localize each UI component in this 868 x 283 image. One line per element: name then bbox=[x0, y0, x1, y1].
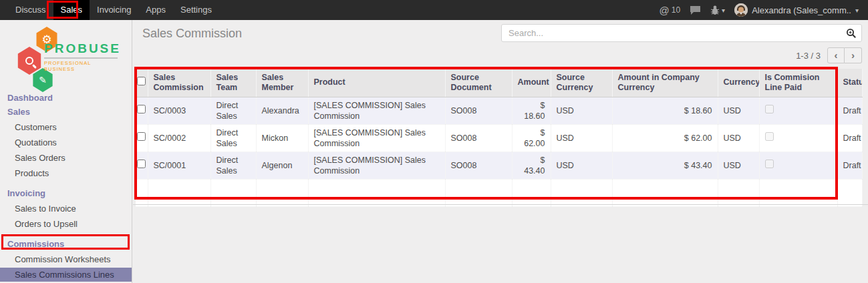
select-all-checkbox[interactable] bbox=[137, 77, 146, 85]
pager: 1-3 / 3 ‹ › bbox=[796, 47, 862, 63]
sidebar-item-customers[interactable]: Customers bbox=[0, 120, 132, 134]
cell-amount[interactable]: $ 43.40 bbox=[512, 152, 551, 179]
sidebar-header-invoicing[interactable]: Invoicing bbox=[0, 186, 132, 200]
sidebar-item-commission-worksheets[interactable]: Commission Worksheets bbox=[0, 252, 132, 266]
probuse-logo: ⚙ ✎ PROBUSE PROFESSIONAL BUSINESS bbox=[0, 25, 132, 81]
cell-sales-commission[interactable]: SC/0003 bbox=[148, 97, 210, 124]
select-all-cell bbox=[136, 69, 148, 97]
cell-sales-team[interactable]: Direct Sales bbox=[210, 124, 256, 152]
cell-source-currency[interactable]: USD bbox=[551, 124, 612, 152]
mention-count: 10 bbox=[672, 5, 680, 15]
col-source-currency[interactable]: Source Currency bbox=[551, 69, 612, 97]
cell-sales-commission[interactable]: SC/0002 bbox=[148, 124, 210, 152]
row-select-checkbox[interactable] bbox=[137, 105, 146, 113]
table-row: SC/0002 Direct Sales Mickon [SALES COMMI… bbox=[136, 124, 863, 152]
paid-checkbox bbox=[765, 105, 774, 113]
search-box bbox=[501, 24, 862, 42]
menu-invoicing[interactable]: Invoicing bbox=[90, 0, 138, 20]
cell-status[interactable]: Draft bbox=[837, 152, 863, 179]
cell-currency[interactable]: USD bbox=[718, 124, 759, 152]
user-menu[interactable]: Alexandra (Sales_comm.. ▾ bbox=[734, 3, 859, 17]
cell-product[interactable]: [SALES COMMISSION] Sales Commission bbox=[308, 97, 445, 124]
paid-checkbox bbox=[765, 132, 774, 141]
cell-sales-commission[interactable]: SC/0001 bbox=[148, 152, 210, 179]
cell-status[interactable]: Draft bbox=[837, 124, 863, 152]
topbar: Discuss Sales Invoicing Apps Settings @ … bbox=[0, 0, 868, 20]
cell-source-document[interactable]: SO008 bbox=[445, 97, 512, 124]
user-caret-icon: ▾ bbox=[855, 7, 859, 14]
pager-next-button[interactable]: › bbox=[845, 47, 862, 63]
sidebar-item-quotations[interactable]: Quotations bbox=[0, 135, 132, 150]
cell-currency[interactable]: USD bbox=[718, 97, 759, 124]
cell-source-document[interactable]: SO008 bbox=[445, 124, 512, 152]
sidebar-header-dashboard[interactable]: Dashboard bbox=[0, 91, 132, 105]
menu-sales[interactable]: Sales bbox=[53, 0, 90, 20]
col-product[interactable]: Product bbox=[308, 69, 445, 97]
sidebar-item-orders-to-upsell[interactable]: Orders to Upsell bbox=[0, 217, 132, 231]
cell-status[interactable]: Draft bbox=[837, 97, 863, 124]
menu-settings[interactable]: Settings bbox=[173, 0, 219, 20]
col-status[interactable]: Status bbox=[837, 69, 863, 97]
sidebar-item-sales-to-invoice[interactable]: Sales to Invoice bbox=[0, 202, 132, 216]
row-select-checkbox[interactable] bbox=[137, 160, 146, 168]
commission-lines-list: Sales Commission Sales Team Sales Member… bbox=[136, 69, 863, 207]
cell-amount[interactable]: $ 18.60 bbox=[512, 97, 551, 124]
sidebar-menu: Dashboard Sales Customers Quotations Sal… bbox=[0, 91, 132, 283]
pager-range: 1-3 / 3 bbox=[796, 51, 821, 61]
sidebar-item-products[interactable]: Products bbox=[0, 166, 132, 180]
col-currency[interactable]: Currency bbox=[718, 69, 759, 97]
sidebar-item-sales-orders[interactable]: Sales Orders bbox=[0, 151, 132, 165]
cell-currency[interactable]: USD bbox=[718, 152, 759, 179]
cell-amount-company[interactable]: $ 43.40 bbox=[612, 152, 718, 179]
logo-tagline: PROFESSIONAL BUSINESS bbox=[44, 60, 118, 72]
cell-amount-company[interactable]: $ 18.60 bbox=[612, 97, 718, 124]
col-sales-commission[interactable]: Sales Commission bbox=[148, 69, 210, 97]
search-icon bbox=[846, 28, 857, 39]
debug-icon[interactable]: ▾ bbox=[710, 5, 725, 15]
search-button[interactable] bbox=[841, 25, 861, 41]
col-sales-member[interactable]: Sales Member bbox=[256, 69, 308, 97]
cell-amount[interactable]: $ 62.00 bbox=[512, 124, 551, 152]
content-divider bbox=[133, 204, 868, 205]
avatar bbox=[734, 3, 748, 17]
paid-checkbox bbox=[765, 160, 774, 168]
cell-sales-member[interactable]: Alexandra bbox=[256, 97, 308, 124]
sidebar-item-sales-commissions-lines[interactable]: Sales Commissions Lines bbox=[0, 268, 132, 282]
menu-apps[interactable]: Apps bbox=[138, 0, 173, 20]
table-row: SC/0003 Direct Sales Alexandra [SALES CO… bbox=[136, 97, 863, 124]
col-source-document[interactable]: Source Document bbox=[445, 69, 512, 97]
cell-amount-company[interactable]: $ 62.00 bbox=[612, 124, 718, 152]
sidebar-header-sales[interactable]: Sales bbox=[0, 105, 132, 119]
cell-source-currency[interactable]: USD bbox=[551, 152, 612, 179]
cell-sales-member[interactable]: Algenon bbox=[256, 152, 308, 179]
mentions-button[interactable]: @ 10 bbox=[660, 5, 681, 16]
col-sales-team[interactable]: Sales Team bbox=[210, 69, 256, 97]
row-select-checkbox[interactable] bbox=[137, 132, 146, 141]
cell-product[interactable]: [SALES COMMISSION] Sales Commission bbox=[308, 124, 445, 152]
user-name: Alexandra (Sales_comm.. bbox=[752, 5, 851, 15]
messages-icon[interactable] bbox=[690, 5, 701, 15]
table-header-row: Sales Commission Sales Team Sales Member… bbox=[136, 69, 863, 97]
cell-source-document[interactable]: SO008 bbox=[445, 152, 512, 179]
cell-sales-member[interactable]: Mickon bbox=[256, 124, 308, 152]
page-title: Sales Commission bbox=[142, 27, 242, 41]
col-is-commision-line-paid[interactable]: Is Commision Line Paid bbox=[759, 69, 837, 97]
debug-caret-icon: ▾ bbox=[722, 7, 725, 14]
menu-discuss[interactable]: Discuss bbox=[8, 0, 53, 20]
cell-sales-team[interactable]: Direct Sales bbox=[210, 97, 256, 124]
empty-row bbox=[136, 179, 863, 206]
cell-is-paid bbox=[759, 97, 837, 124]
table-row: SC/0001 Direct Sales Algenon [SALES COMM… bbox=[136, 152, 863, 179]
cell-product[interactable]: [SALES COMMISSION] Sales Commission bbox=[308, 152, 445, 179]
main-content: Sales Commission 1-3 / 3 ‹ › bbox=[133, 20, 868, 283]
topbar-menus: Discuss Sales Invoicing Apps Settings bbox=[0, 0, 219, 20]
logo-name: PROBUSE bbox=[44, 41, 118, 59]
cell-is-paid bbox=[759, 124, 837, 152]
col-amount[interactable]: Amount bbox=[512, 69, 551, 97]
col-amount-company-currency[interactable]: Amount in Company Currency bbox=[612, 69, 718, 97]
cell-source-currency[interactable]: USD bbox=[551, 97, 612, 124]
pager-prev-button[interactable]: ‹ bbox=[827, 47, 845, 63]
search-input[interactable] bbox=[502, 28, 841, 38]
sidebar-header-commissions[interactable]: Commissions bbox=[0, 237, 132, 251]
cell-sales-team[interactable]: Direct Sales bbox=[210, 152, 256, 179]
